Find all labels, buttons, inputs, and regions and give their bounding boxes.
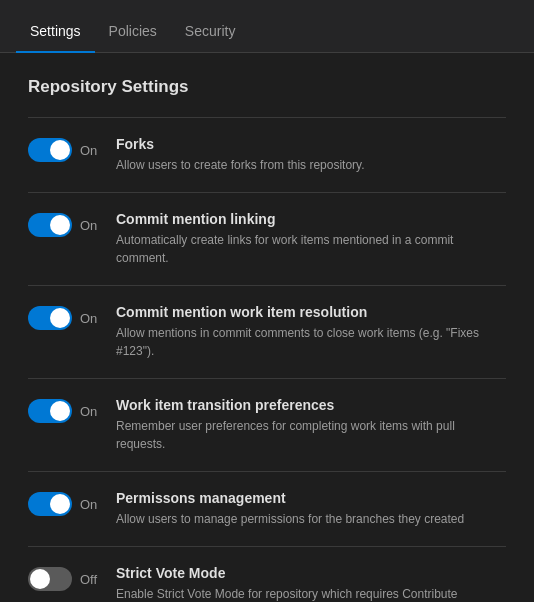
toggle-permissions-management[interactable] (28, 492, 72, 516)
setting-name-commit-mention-work-item: Commit mention work item resolution (116, 304, 506, 320)
toggle-strict-vote-mode[interactable] (28, 567, 72, 591)
toggle-container-strict-vote-mode: Off (28, 565, 100, 591)
toggle-knob-commit-mention-linking (50, 215, 70, 235)
setting-text-commit-mention-work-item: Commit mention work item resolutionAllow… (116, 304, 506, 360)
setting-item-commit-mention-linking: OnCommit mention linkingAutomatically cr… (28, 193, 506, 286)
tab-bar: Settings Policies Security (0, 0, 534, 53)
setting-name-permissions-management: Permissons management (116, 490, 506, 506)
setting-name-work-item-transition: Work item transition preferences (116, 397, 506, 413)
setting-desc-commit-mention-work-item: Allow mentions in commit comments to clo… (116, 324, 506, 360)
toggle-knob-strict-vote-mode (30, 569, 50, 589)
setting-item-commit-mention-work-item: OnCommit mention work item resolutionAll… (28, 286, 506, 379)
toggle-label-work-item-transition: On (80, 404, 100, 419)
setting-item-permissions-management: OnPermissons managementAllow users to ma… (28, 472, 506, 547)
toggle-forks[interactable] (28, 138, 72, 162)
setting-item-work-item-transition: OnWork item transition preferencesRememb… (28, 379, 506, 472)
toggle-label-strict-vote-mode: Off (80, 572, 100, 587)
toggle-knob-forks (50, 140, 70, 160)
setting-name-forks: Forks (116, 136, 506, 152)
setting-item-forks: OnForksAllow users to create forks from … (28, 118, 506, 193)
toggle-container-commit-mention-linking: On (28, 211, 100, 237)
toggle-knob-permissions-management (50, 494, 70, 514)
toggle-label-commit-mention-work-item: On (80, 311, 100, 326)
toggle-label-commit-mention-linking: On (80, 218, 100, 233)
setting-text-commit-mention-linking: Commit mention linkingAutomatically crea… (116, 211, 506, 267)
toggle-container-forks: On (28, 136, 100, 162)
setting-text-work-item-transition: Work item transition preferencesRemember… (116, 397, 506, 453)
setting-desc-permissions-management: Allow users to manage permissions for th… (116, 510, 506, 528)
toggle-knob-work-item-transition (50, 401, 70, 421)
toggle-knob-commit-mention-work-item (50, 308, 70, 328)
toggle-label-forks: On (80, 143, 100, 158)
setting-desc-work-item-transition: Remember user preferences for completing… (116, 417, 506, 453)
tab-security[interactable]: Security (171, 11, 250, 53)
section-title: Repository Settings (28, 77, 506, 97)
toggle-commit-mention-work-item[interactable] (28, 306, 72, 330)
toggle-commit-mention-linking[interactable] (28, 213, 72, 237)
setting-name-strict-vote-mode: Strict Vote Mode (116, 565, 506, 581)
toggle-container-work-item-transition: On (28, 397, 100, 423)
tab-policies[interactable]: Policies (95, 11, 171, 53)
tab-settings[interactable]: Settings (16, 11, 95, 53)
setting-desc-forks: Allow users to create forks from this re… (116, 156, 506, 174)
setting-item-strict-vote-mode: OffStrict Vote ModeEnable Strict Vote Mo… (28, 547, 506, 602)
content-area: Repository Settings OnForksAllow users t… (0, 53, 534, 602)
toggle-container-commit-mention-work-item: On (28, 304, 100, 330)
setting-text-strict-vote-mode: Strict Vote ModeEnable Strict Vote Mode … (116, 565, 506, 602)
setting-desc-commit-mention-linking: Automatically create links for work item… (116, 231, 506, 267)
toggle-container-permissions-management: On (28, 490, 100, 516)
toggle-work-item-transition[interactable] (28, 399, 72, 423)
toggle-label-permissions-management: On (80, 497, 100, 512)
setting-text-forks: ForksAllow users to create forks from th… (116, 136, 506, 174)
setting-desc-strict-vote-mode: Enable Strict Vote Mode for repository w… (116, 585, 506, 602)
setting-name-commit-mention-linking: Commit mention linking (116, 211, 506, 227)
setting-text-permissions-management: Permissons managementAllow users to mana… (116, 490, 506, 528)
settings-list: OnForksAllow users to create forks from … (28, 117, 506, 602)
